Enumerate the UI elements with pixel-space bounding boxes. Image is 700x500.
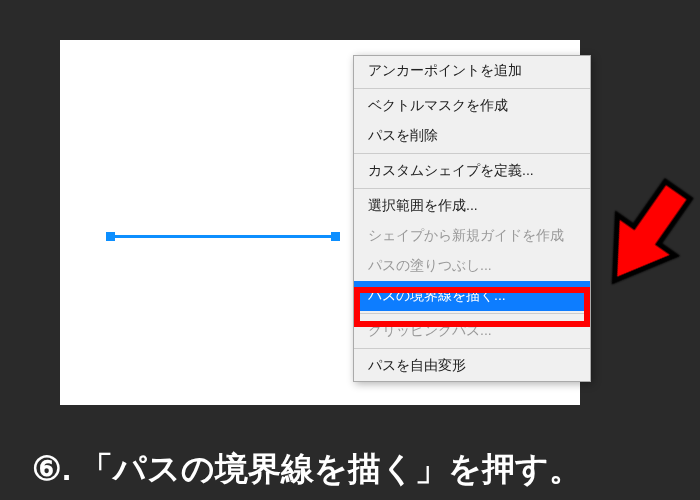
- menu-separator: [354, 188, 590, 189]
- menu-clipping-path: クリッピングパス...: [354, 316, 590, 346]
- anchor-point-right[interactable]: [331, 232, 340, 241]
- menu-new-guide-from-shape: シェイプから新規ガイドを作成: [354, 221, 590, 251]
- menu-separator: [354, 313, 590, 314]
- menu-delete-path[interactable]: パスを削除: [354, 121, 590, 151]
- instruction-text: ⑥. 「パスの境界線を描く」を押す。: [32, 447, 582, 492]
- menu-free-transform-path[interactable]: パスを自由変形: [354, 351, 590, 381]
- menu-add-anchor[interactable]: アンカーポイントを追加: [354, 56, 590, 86]
- context-menu: アンカーポイントを追加 ベクトルマスクを作成 パスを削除 カスタムシェイプを定義…: [353, 55, 591, 382]
- menu-make-selection[interactable]: 選択範囲を作成...: [354, 191, 590, 221]
- instruction-label: . 「パスの境界線を描く」を押す。: [62, 450, 582, 487]
- menu-separator: [354, 153, 590, 154]
- path-segment[interactable]: [110, 235, 335, 238]
- menu-define-custom-shape[interactable]: カスタムシェイプを定義...: [354, 156, 590, 186]
- step-number: ⑥: [32, 449, 62, 488]
- arrow-pointer-icon: [573, 160, 700, 313]
- menu-stroke-path[interactable]: パスの境界線を描く...: [354, 281, 590, 311]
- menu-separator: [354, 348, 590, 349]
- anchor-point-left[interactable]: [106, 232, 115, 241]
- menu-create-vector-mask[interactable]: ベクトルマスクを作成: [354, 91, 590, 121]
- menu-fill-path: パスの塗りつぶし...: [354, 251, 590, 281]
- menu-separator: [354, 88, 590, 89]
